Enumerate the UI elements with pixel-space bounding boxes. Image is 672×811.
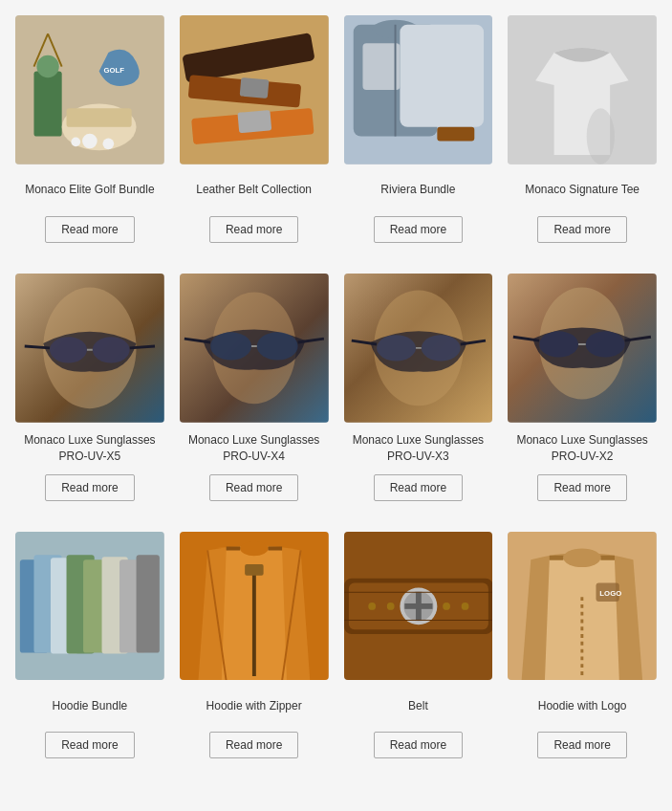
- product-card-riviera-bundle: Riviera BundleRead more: [344, 15, 493, 251]
- svg-point-79: [386, 602, 394, 609]
- svg-rect-62: [137, 555, 160, 652]
- svg-text:LOGO: LOGO: [600, 589, 622, 598]
- svg-point-35: [210, 332, 251, 360]
- svg-point-78: [368, 602, 376, 609]
- svg-rect-20: [400, 25, 484, 127]
- read-more-button-hoodie-zipper[interactable]: Read more: [209, 732, 298, 758]
- read-more-button-belt[interactable]: Read more: [374, 732, 463, 758]
- svg-point-2: [36, 55, 58, 77]
- read-more-button-hoodie-bundle[interactable]: Read more: [45, 732, 134, 758]
- read-more-button-riviera-bundle[interactable]: Read more: [374, 216, 463, 243]
- svg-rect-16: [237, 110, 271, 133]
- product-card-belt: BeltRead more: [344, 532, 493, 767]
- hoodie-bundle-image: [15, 532, 164, 681]
- product-name-leather-belt: Leather Belt Collection: [196, 174, 312, 207]
- svg-point-29: [93, 337, 130, 362]
- product-card-hoodie-logo: LOGO Hoodie with LogoRead more: [508, 532, 657, 767]
- svg-rect-15: [239, 77, 269, 99]
- sunglasses-x3-image: [344, 274, 493, 423]
- product-name-sunglasses-x2: Monaco Luxe Sunglasses PRO-UV-X2: [508, 432, 657, 465]
- sunglasses-x2-image: [508, 274, 657, 423]
- svg-point-50: [586, 331, 625, 357]
- svg-rect-75: [404, 603, 432, 608]
- svg-point-66: [240, 540, 268, 556]
- svg-text:GOLF: GOLF: [103, 66, 124, 75]
- read-more-button-sunglasses-x3[interactable]: Read more: [374, 474, 463, 501]
- leather-belt-image: [180, 15, 329, 164]
- svg-point-43: [421, 335, 460, 361]
- product-name-monaco-tee: Monaco Signature Tee: [525, 174, 639, 207]
- svg-point-80: [443, 602, 450, 609]
- read-more-button-sunglasses-x4[interactable]: Read more: [209, 474, 298, 501]
- product-card-monaco-tee: Monaco Signature TeeRead more: [508, 15, 657, 251]
- golf-bundle-image: GOLF: [15, 15, 164, 164]
- product-card-monaco-golf: GOLF Monaco Elite Golf BundleRead more: [15, 15, 164, 251]
- svg-rect-65: [245, 564, 263, 576]
- read-more-button-sunglasses-x5[interactable]: Read more: [45, 474, 134, 501]
- monaco-tee-image: [508, 15, 657, 164]
- hoodie-zipper-image: [180, 532, 329, 681]
- product-name-hoodie-bundle: Hoodie Bundle: [53, 690, 128, 722]
- svg-point-25: [587, 108, 615, 164]
- svg-point-42: [377, 335, 416, 361]
- svg-point-36: [257, 332, 298, 360]
- read-more-button-leather-belt[interactable]: Read more: [209, 216, 298, 243]
- svg-line-32: [130, 346, 155, 348]
- read-more-button-monaco-golf[interactable]: Read more: [45, 216, 134, 243]
- svg-rect-6: [67, 108, 132, 126]
- svg-line-31: [25, 346, 50, 348]
- belt-image: [344, 532, 493, 681]
- product-name-hoodie-zipper: Hoodie with Zipper: [206, 690, 302, 722]
- svg-point-7: [82, 134, 98, 149]
- product-name-riviera-bundle: Riviera Bundle: [380, 174, 455, 207]
- svg-point-28: [50, 337, 87, 362]
- hoodie-logo-image: LOGO: [508, 532, 657, 681]
- product-card-hoodie-bundle: Hoodie BundleRead more: [15, 532, 164, 767]
- product-name-sunglasses-x5: Monaco Luxe Sunglasses PRO-UV-X5: [15, 432, 164, 465]
- svg-point-8: [103, 138, 115, 149]
- read-more-button-monaco-tee[interactable]: Read more: [537, 216, 626, 243]
- product-card-leather-belt: Leather Belt CollectionRead more: [180, 15, 329, 251]
- product-card-sunglasses-x2: Monaco Luxe Sunglasses PRO-UV-X2Read mor…: [508, 274, 657, 509]
- read-more-button-hoodie-logo[interactable]: Read more: [537, 732, 626, 758]
- product-grid: GOLF Monaco Elite Golf BundleRead more L…: [15, 15, 657, 766]
- product-name-monaco-golf: Monaco Elite Golf Bundle: [25, 174, 154, 207]
- svg-rect-1: [33, 71, 61, 136]
- product-card-sunglasses-x5: Monaco Luxe Sunglasses PRO-UV-X5Read mor…: [15, 274, 164, 509]
- svg-rect-21: [362, 43, 400, 90]
- svg-point-81: [461, 602, 468, 609]
- product-name-sunglasses-x3: Monaco Luxe Sunglasses PRO-UV-X3: [344, 432, 493, 465]
- riviera-bundle-image: [344, 15, 493, 164]
- svg-point-49: [539, 331, 578, 357]
- svg-point-83: [564, 548, 601, 566]
- product-card-hoodie-zipper: Hoodie with ZipperRead more: [180, 532, 329, 767]
- svg-rect-23: [437, 127, 474, 142]
- sunglasses-x5-image: [15, 274, 164, 423]
- sunglasses-x4-image: [180, 274, 329, 423]
- svg-point-9: [71, 138, 80, 147]
- product-name-sunglasses-x4: Monaco Luxe Sunglasses PRO-UV-X4: [180, 432, 329, 465]
- product-name-belt: Belt: [408, 690, 428, 722]
- product-card-sunglasses-x4: Monaco Luxe Sunglasses PRO-UV-X4Read mor…: [180, 274, 329, 509]
- product-card-sunglasses-x3: Monaco Luxe Sunglasses PRO-UV-X3Read mor…: [344, 274, 493, 509]
- product-name-hoodie-logo: Hoodie with Logo: [538, 690, 627, 722]
- read-more-button-sunglasses-x2[interactable]: Read more: [537, 474, 626, 501]
